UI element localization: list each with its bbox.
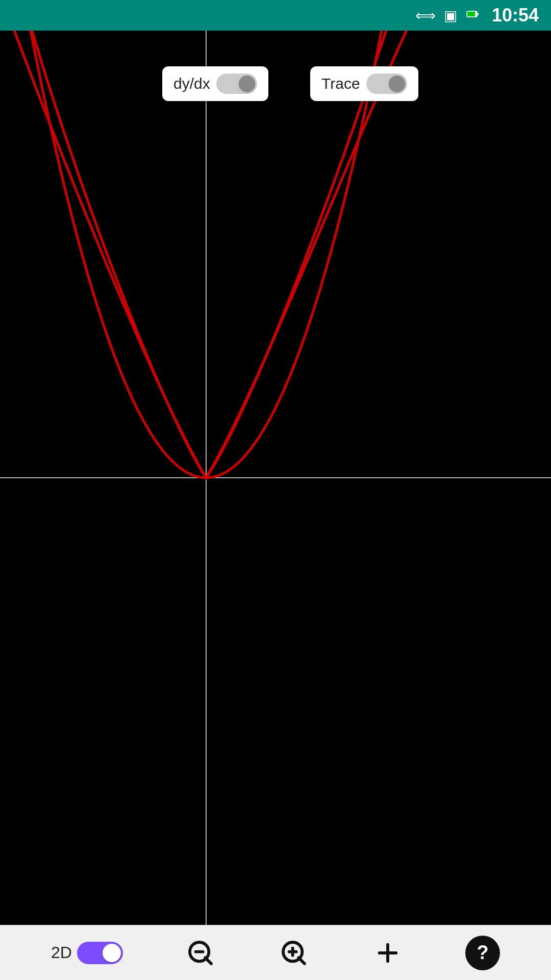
mode-2d-toggle[interactable] bbox=[77, 942, 123, 964]
help-icon: ? bbox=[477, 942, 488, 964]
mode-2d-label: 2D bbox=[51, 943, 72, 962]
status-time: 10:54 bbox=[492, 5, 539, 26]
graph-svg bbox=[0, 31, 551, 925]
navigation-icon: ⟺ bbox=[415, 7, 436, 24]
battery-icon bbox=[465, 7, 480, 24]
svg-line-11 bbox=[205, 958, 211, 964]
svg-line-15 bbox=[299, 958, 305, 964]
trace-knob bbox=[389, 76, 405, 92]
dydx-toggle[interactable] bbox=[216, 74, 257, 94]
dydx-toggle-container: dy/dx bbox=[162, 66, 268, 101]
trace-toggle-container: Trace bbox=[310, 66, 418, 101]
graph-area[interactable]: dy/dx Trace bbox=[0, 31, 551, 925]
mode-2d-knob bbox=[103, 944, 121, 962]
add-button[interactable] bbox=[371, 937, 404, 969]
dydx-label: dy/dx bbox=[173, 75, 210, 92]
signal-icon: ▣ bbox=[444, 7, 457, 24]
status-bar: ⟺ ▣ 10:54 bbox=[0, 0, 551, 31]
dydx-knob bbox=[239, 76, 255, 92]
trace-toggle[interactable] bbox=[366, 74, 407, 94]
zoom-in-button[interactable] bbox=[278, 937, 310, 969]
bottom-toolbar: 2D ? bbox=[0, 925, 551, 980]
zoom-out-button[interactable] bbox=[184, 937, 217, 969]
svg-rect-3 bbox=[477, 12, 478, 15]
help-button[interactable]: ? bbox=[465, 936, 500, 970]
trace-label: Trace bbox=[321, 75, 360, 92]
mode-2d-item[interactable]: 2D bbox=[51, 942, 123, 964]
svg-rect-4 bbox=[467, 11, 475, 16]
